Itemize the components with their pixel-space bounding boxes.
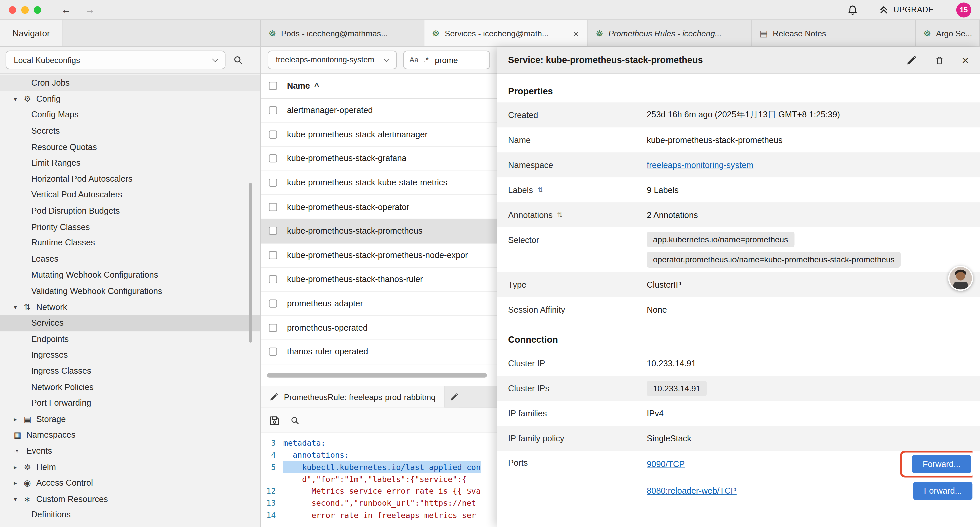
row-checkbox[interactable] — [269, 203, 277, 211]
sidebar-item-validating-webhook-configurations[interactable]: Validating Webhook Configurations — [0, 283, 260, 299]
match-case-toggle[interactable]: Aa — [409, 56, 418, 64]
row-checkbox[interactable] — [269, 299, 277, 307]
floating-user-avatar[interactable] — [948, 266, 973, 291]
list-search-box[interactable]: Aa .* — [403, 51, 490, 69]
port-link[interactable]: 8080:reloader-web/TCP — [647, 486, 737, 496]
tab-prometheus-rules-icecheng[interactable]: ☸Prometheus Rules - icecheng... — [588, 20, 752, 46]
chevron-down-icon[interactable]: ▾ — [14, 304, 24, 310]
table-row-kube-prometheus-stack-grafana[interactable]: kube-prometheus-stack-grafana — [261, 147, 497, 171]
row-checkbox[interactable] — [269, 227, 277, 235]
sidebar-item-cron-jobs[interactable]: Cron Jobs — [0, 75, 260, 91]
sidebar-item-priority-classes[interactable]: Priority Classes — [0, 219, 260, 235]
sidebar-item-mutating-webhook-configurations[interactable]: Mutating Webhook Configurations — [0, 267, 260, 283]
minimize-window-button[interactable] — [21, 6, 29, 13]
sort-toggle-icon[interactable]: ⇅ — [538, 186, 543, 194]
namespace-link[interactable]: freeleaps-monitoring-system — [647, 161, 753, 170]
table-row-kube-prometheus-stack-operator[interactable]: kube-prometheus-stack-operator — [261, 195, 497, 219]
sidebar-item-runtime-classes[interactable]: Runtime Classes — [0, 235, 260, 251]
chevron-down-icon[interactable]: ▾ — [14, 96, 24, 102]
chevron-down-icon[interactable]: ▾ — [14, 495, 24, 502]
service-name-cell: kube-prometheus-stack-prometheus — [287, 226, 422, 236]
history-forward-button[interactable]: → — [81, 5, 99, 15]
row-checkbox[interactable] — [269, 131, 277, 139]
sidebar-item-access-control[interactable]: ▸◉Access Control — [0, 475, 260, 491]
table-row-kube-prometheus-stack-prometheus[interactable]: kube-prometheus-stack-prometheus — [261, 220, 497, 244]
chevron-right-icon[interactable]: ▸ — [14, 479, 24, 486]
table-row-kube-prometheus-stack-kube-state-metrics[interactable]: kube-prometheus-stack-kube-state-metrics — [261, 171, 497, 195]
close-drawer-button[interactable]: × — [962, 54, 969, 66]
sidebar-item-custom-resources[interactable]: ▾∗Custom Resources — [0, 491, 260, 507]
row-checkbox[interactable] — [269, 275, 277, 283]
notifications-bell-icon[interactable] — [847, 4, 859, 15]
save-icon[interactable] — [269, 415, 280, 426]
tab-services-icecheng-math[interactable]: ☸Services - icecheng@math...× — [424, 20, 588, 46]
dock-tab-prometheusrule[interactable]: PrometheusRule: freeleaps-prod-rabbitmq — [261, 386, 445, 408]
history-back-button[interactable]: ← — [57, 5, 75, 15]
search-input[interactable] — [434, 55, 471, 65]
delete-button[interactable] — [934, 55, 944, 65]
table-row-thanos-ruler-operated[interactable]: thanos-ruler-operated — [261, 340, 497, 364]
table-row-kube-prometheus-stack-thanos-ruler[interactable]: kube-prometheus-stack-thanos-ruler — [261, 267, 497, 291]
sidebar-item-ingress-classes[interactable]: Ingress Classes — [0, 363, 260, 379]
sort-toggle-icon[interactable]: ⇅ — [557, 211, 563, 219]
zoom-window-button[interactable] — [34, 6, 41, 13]
sidebar-item-services[interactable]: Services — [0, 315, 260, 331]
namespace-selector[interactable]: freeleaps-monitoring-system — [267, 51, 397, 69]
sidebar-item-events[interactable]: ◔Events — [0, 443, 260, 459]
sidebar-search-icon[interactable] — [233, 55, 244, 65]
sidebar-item-storage[interactable]: ▸▤Storage — [0, 411, 260, 427]
table-row-kube-prometheus-stack-prometheus-node-expor[interactable]: kube-prometheus-stack-prometheus-node-ex… — [261, 244, 497, 267]
sort-ascending-icon[interactable]: ^ — [314, 81, 319, 91]
close-window-button[interactable] — [9, 6, 16, 13]
sidebar-item-vertical-pod-autoscalers[interactable]: Vertical Pod Autoscalers — [0, 187, 260, 203]
row-checkbox[interactable] — [269, 347, 277, 355]
port-forward-button[interactable]: Forward... — [913, 482, 973, 500]
edit-button[interactable] — [906, 55, 917, 65]
table-row-alertmanager-operated[interactable]: alertmanager-operated — [261, 99, 497, 123]
table-row-kube-prometheus-stack-alertmanager[interactable]: kube-prometheus-stack-alertmanager — [261, 123, 497, 147]
sidebar-item-config-maps[interactable]: Config Maps — [0, 107, 260, 123]
table-row-prometheus-operated[interactable]: prometheus-operated — [261, 316, 497, 340]
table-horizontal-scrollbar[interactable] — [267, 373, 487, 377]
sidebar-item-secrets[interactable]: Secrets — [0, 123, 260, 139]
sidebar-item-config[interactable]: ▾⚙Config — [0, 91, 260, 107]
chevron-right-icon[interactable]: ▸ — [14, 463, 24, 470]
sidebar-item-network-policies[interactable]: Network Policies — [0, 379, 260, 395]
sidebar-item-port-forwarding[interactable]: Port Forwarding — [0, 395, 260, 411]
yaml-editor[interactable]: 3metadata:4 annotations:5 kubectl.kubern… — [261, 433, 497, 527]
row-checkbox[interactable] — [269, 155, 277, 163]
tab-argo-se[interactable]: ☸Argo Se... — [916, 20, 980, 46]
regex-toggle[interactable]: .* — [424, 56, 429, 64]
chevron-right-icon[interactable]: ▸ — [14, 416, 24, 423]
sidebar-item-endpoints[interactable]: Endpoints — [0, 331, 260, 347]
select-all-checkbox[interactable] — [269, 82, 277, 90]
upgrade-button[interactable]: UPGRADE — [878, 4, 934, 15]
kubeconfig-selector[interactable]: Local Kubeconfigs — [6, 51, 226, 69]
drawer-row-value: 10.233.14.91 — [647, 380, 969, 396]
sidebar-item-limit-ranges[interactable]: Limit Ranges — [0, 155, 260, 171]
sidebar-item-resource-quotas[interactable]: Resource Quotas — [0, 139, 260, 155]
row-checkbox[interactable] — [269, 179, 277, 187]
sidebar-scrollbar[interactable] — [249, 183, 252, 342]
sidebar-item-leases[interactable]: Leases — [0, 251, 260, 267]
sidebar-item-network[interactable]: ▾⇅Network — [0, 299, 260, 315]
port-link[interactable]: 9090/TCP — [647, 459, 685, 469]
tab-release-notes[interactable]: ▤Release Notes — [752, 20, 916, 46]
row-checkbox[interactable] — [269, 323, 277, 331]
editor-search-icon[interactable] — [290, 415, 300, 425]
table-row-prometheus-adapter[interactable]: prometheus-adapter — [261, 292, 497, 316]
row-checkbox[interactable] — [269, 107, 277, 115]
sidebar-item-ingresses[interactable]: Ingresses — [0, 347, 260, 363]
port-forward-button[interactable]: Forward... — [912, 455, 971, 473]
sidebar-item-definitions[interactable]: Definitions — [0, 507, 260, 523]
sidebar-item-pod-disruption-budgets[interactable]: Pod Disruption Budgets — [0, 203, 260, 219]
sidebar-item-namespaces[interactable]: ▦Namespaces — [0, 427, 260, 443]
dock-tab-next-partial[interactable] — [445, 386, 459, 408]
code-text: d","for":"1m","labels":{"service":{ — [283, 473, 467, 485]
row-checkbox[interactable] — [269, 251, 277, 259]
sidebar-item-helm[interactable]: ▸☸Helm — [0, 459, 260, 475]
sidebar-item-horizontal-pod-autoscalers[interactable]: Horizontal Pod Autoscalers — [0, 171, 260, 187]
close-tab-icon[interactable]: × — [572, 28, 580, 38]
name-column-header[interactable]: Name — [287, 81, 310, 91]
tab-pods-icecheng-mathmas[interactable]: ☸Pods - icecheng@mathmas... — [261, 20, 424, 46]
